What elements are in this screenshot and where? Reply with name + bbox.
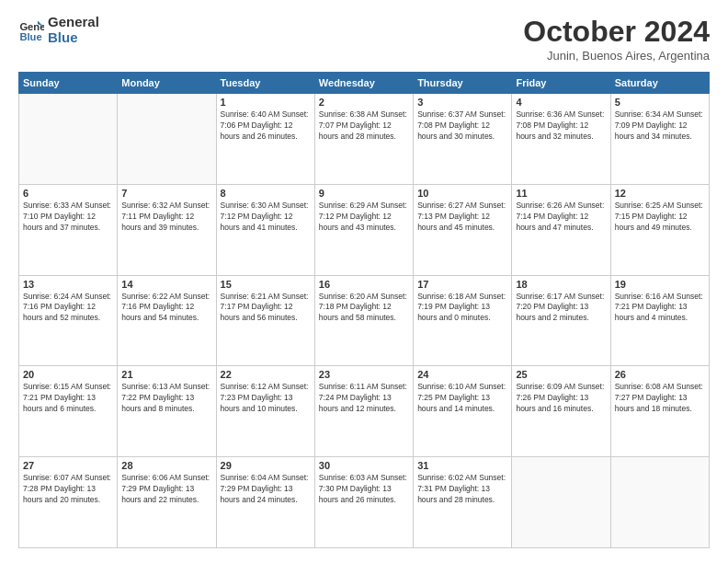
calendar-cell: 6Sunrise: 6:33 AM Sunset: 7:10 PM Daylig… <box>19 184 118 275</box>
day-number: 2 <box>319 97 409 108</box>
calendar-cell: 31Sunrise: 6:02 AM Sunset: 7:31 PM Dayli… <box>414 457 512 548</box>
calendar-cell: 28Sunrise: 6:06 AM Sunset: 7:29 PM Dayli… <box>118 457 216 548</box>
title-block: October 2024 Junin, Buenos Aires, Argent… <box>523 15 710 63</box>
calendar-cell <box>512 457 610 548</box>
day-info: Sunrise: 6:24 AM Sunset: 7:16 PM Dayligh… <box>23 292 113 325</box>
day-number: 25 <box>516 369 606 380</box>
calendar-cell: 1Sunrise: 6:40 AM Sunset: 7:06 PM Daylig… <box>216 94 314 185</box>
day-info: Sunrise: 6:30 AM Sunset: 7:12 PM Dayligh… <box>221 201 311 234</box>
day-number: 10 <box>417 188 507 199</box>
day-info: Sunrise: 6:40 AM Sunset: 7:06 PM Dayligh… <box>221 109 311 143</box>
calendar-cell: 27Sunrise: 6:07 AM Sunset: 7:28 PM Dayli… <box>19 457 118 548</box>
calendar-cell: 10Sunrise: 6:27 AM Sunset: 7:13 PM Dayli… <box>414 184 512 275</box>
day-info: Sunrise: 6:03 AM Sunset: 7:30 PM Dayligh… <box>319 473 409 506</box>
day-info: Sunrise: 6:15 AM Sunset: 7:21 PM Dayligh… <box>23 382 113 415</box>
day-info: Sunrise: 6:16 AM Sunset: 7:21 PM Dayligh… <box>615 292 705 325</box>
day-number: 20 <box>23 369 113 380</box>
calendar-week-3: 13Sunrise: 6:24 AM Sunset: 7:16 PM Dayli… <box>19 275 710 366</box>
day-number: 5 <box>615 97 705 108</box>
day-info: Sunrise: 6:13 AM Sunset: 7:22 PM Dayligh… <box>121 382 211 415</box>
day-info: Sunrise: 6:04 AM Sunset: 7:29 PM Dayligh… <box>221 473 311 506</box>
col-saturday: Saturday <box>610 73 709 94</box>
col-thursday: Thursday <box>414 73 512 94</box>
day-info: Sunrise: 6:34 AM Sunset: 7:09 PM Dayligh… <box>615 109 705 143</box>
calendar-cell: 21Sunrise: 6:13 AM Sunset: 7:22 PM Dayli… <box>118 366 216 457</box>
day-info: Sunrise: 6:21 AM Sunset: 7:17 PM Dayligh… <box>221 292 311 325</box>
day-info: Sunrise: 6:37 AM Sunset: 7:08 PM Dayligh… <box>417 109 507 143</box>
calendar-cell: 16Sunrise: 6:20 AM Sunset: 7:18 PM Dayli… <box>314 275 413 366</box>
day-number: 14 <box>121 279 211 290</box>
logo-line2: Blue <box>48 30 99 46</box>
header: General Blue General Blue October 2024 J… <box>18 15 710 63</box>
calendar-cell: 13Sunrise: 6:24 AM Sunset: 7:16 PM Dayli… <box>19 275 118 366</box>
day-number: 28 <box>121 460 211 471</box>
calendar-week-2: 6Sunrise: 6:33 AM Sunset: 7:10 PM Daylig… <box>19 184 710 275</box>
day-number: 22 <box>221 369 311 380</box>
day-number: 18 <box>516 279 606 290</box>
day-info: Sunrise: 6:17 AM Sunset: 7:20 PM Dayligh… <box>516 292 606 325</box>
calendar-cell: 20Sunrise: 6:15 AM Sunset: 7:21 PM Dayli… <box>19 366 118 457</box>
calendar-header-row: Sunday Monday Tuesday Wednesday Thursday… <box>19 73 710 94</box>
day-number: 17 <box>417 279 507 290</box>
calendar-cell: 12Sunrise: 6:25 AM Sunset: 7:15 PM Dayli… <box>610 184 709 275</box>
col-wednesday: Wednesday <box>314 73 413 94</box>
calendar-cell: 26Sunrise: 6:08 AM Sunset: 7:27 PM Dayli… <box>610 366 709 457</box>
svg-text:Blue: Blue <box>19 30 41 41</box>
day-number: 24 <box>417 369 507 380</box>
col-tuesday: Tuesday <box>216 73 314 94</box>
day-info: Sunrise: 6:26 AM Sunset: 7:14 PM Dayligh… <box>516 201 606 234</box>
day-number: 4 <box>516 97 606 108</box>
calendar-cell: 19Sunrise: 6:16 AM Sunset: 7:21 PM Dayli… <box>610 275 709 366</box>
day-number: 15 <box>221 279 311 290</box>
day-info: Sunrise: 6:18 AM Sunset: 7:19 PM Dayligh… <box>417 292 507 325</box>
calendar-cell <box>610 457 709 548</box>
day-info: Sunrise: 6:36 AM Sunset: 7:08 PM Dayligh… <box>516 109 606 143</box>
calendar-cell <box>19 94 118 185</box>
day-number: 23 <box>319 369 409 380</box>
calendar-cell: 4Sunrise: 6:36 AM Sunset: 7:08 PM Daylig… <box>512 94 610 185</box>
day-info: Sunrise: 6:29 AM Sunset: 7:12 PM Dayligh… <box>319 201 409 234</box>
logo: General Blue General Blue <box>18 15 99 45</box>
day-number: 30 <box>319 460 409 471</box>
calendar-cell: 29Sunrise: 6:04 AM Sunset: 7:29 PM Dayli… <box>216 457 314 548</box>
day-number: 9 <box>319 188 409 199</box>
calendar-cell: 23Sunrise: 6:11 AM Sunset: 7:24 PM Dayli… <box>314 366 413 457</box>
day-number: 29 <box>221 460 311 471</box>
day-info: Sunrise: 6:02 AM Sunset: 7:31 PM Dayligh… <box>417 473 507 506</box>
day-info: Sunrise: 6:06 AM Sunset: 7:29 PM Dayligh… <box>121 473 211 506</box>
day-info: Sunrise: 6:07 AM Sunset: 7:28 PM Dayligh… <box>23 473 113 506</box>
day-info: Sunrise: 6:11 AM Sunset: 7:24 PM Dayligh… <box>319 382 409 415</box>
calendar-week-1: 1Sunrise: 6:40 AM Sunset: 7:06 PM Daylig… <box>19 94 710 185</box>
calendar-cell: 30Sunrise: 6:03 AM Sunset: 7:30 PM Dayli… <box>314 457 413 548</box>
day-number: 7 <box>121 188 211 199</box>
calendar-cell: 8Sunrise: 6:30 AM Sunset: 7:12 PM Daylig… <box>216 184 314 275</box>
col-monday: Monday <box>118 73 216 94</box>
page: General Blue General Blue October 2024 J… <box>0 0 728 563</box>
calendar-cell: 11Sunrise: 6:26 AM Sunset: 7:14 PM Dayli… <box>512 184 610 275</box>
day-info: Sunrise: 6:32 AM Sunset: 7:11 PM Dayligh… <box>121 201 211 234</box>
day-info: Sunrise: 6:25 AM Sunset: 7:15 PM Dayligh… <box>615 201 705 234</box>
calendar-week-5: 27Sunrise: 6:07 AM Sunset: 7:28 PM Dayli… <box>19 457 710 548</box>
calendar-cell: 2Sunrise: 6:38 AM Sunset: 7:07 PM Daylig… <box>314 94 413 185</box>
calendar-week-4: 20Sunrise: 6:15 AM Sunset: 7:21 PM Dayli… <box>19 366 710 457</box>
day-number: 26 <box>615 369 705 380</box>
calendar-cell <box>118 94 216 185</box>
day-number: 27 <box>23 460 113 471</box>
col-friday: Friday <box>512 73 610 94</box>
day-number: 8 <box>221 188 311 199</box>
calendar-cell: 24Sunrise: 6:10 AM Sunset: 7:25 PM Dayli… <box>414 366 512 457</box>
day-number: 19 <box>615 279 705 290</box>
day-info: Sunrise: 6:22 AM Sunset: 7:16 PM Dayligh… <box>121 292 211 325</box>
day-info: Sunrise: 6:10 AM Sunset: 7:25 PM Dayligh… <box>417 382 507 415</box>
calendar-cell: 3Sunrise: 6:37 AM Sunset: 7:08 PM Daylig… <box>414 94 512 185</box>
calendar-cell: 18Sunrise: 6:17 AM Sunset: 7:20 PM Dayli… <box>512 275 610 366</box>
day-info: Sunrise: 6:20 AM Sunset: 7:18 PM Dayligh… <box>319 292 409 325</box>
day-number: 21 <box>121 369 211 380</box>
logo-icon: General Blue <box>18 17 44 43</box>
calendar-cell: 5Sunrise: 6:34 AM Sunset: 7:09 PM Daylig… <box>610 94 709 185</box>
day-number: 1 <box>221 97 311 108</box>
col-sunday: Sunday <box>19 73 118 94</box>
subtitle: Junin, Buenos Aires, Argentina <box>523 49 710 63</box>
day-number: 31 <box>417 460 507 471</box>
day-number: 13 <box>23 279 113 290</box>
